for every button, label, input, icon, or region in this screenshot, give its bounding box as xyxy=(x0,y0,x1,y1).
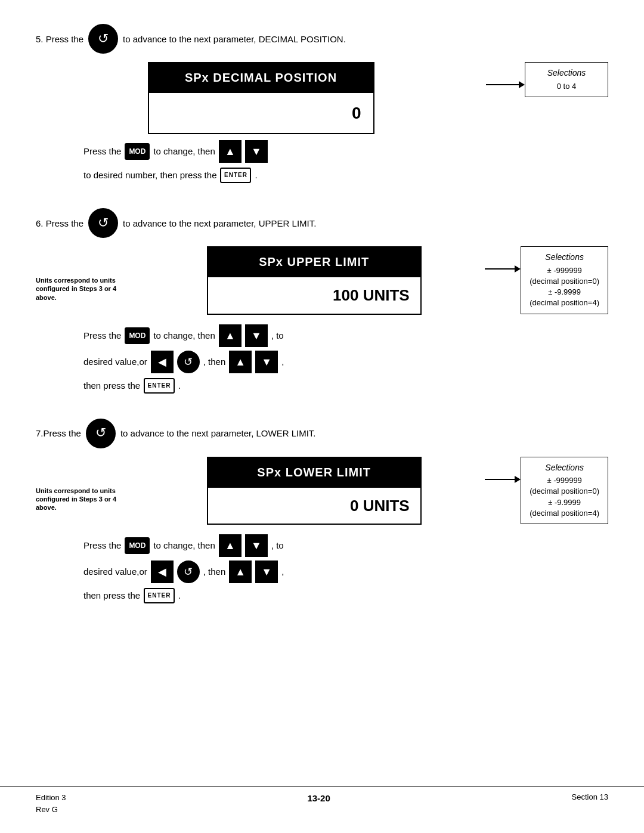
step7-display-row: Units correspond to units configured in … xyxy=(36,457,608,525)
step7-selections-box: Selections ± -999999 (decimal position=0… xyxy=(521,457,608,524)
step6-instr-line2: desired value,or ◀ ↺ , then ▲ ▼ , xyxy=(83,351,608,373)
step7-enter-button[interactable]: ENTER xyxy=(144,588,175,603)
step5-intro-text: 5. Press the xyxy=(36,33,83,45)
step7-down-button-2[interactable]: ▼ xyxy=(255,561,278,583)
step6-sel-line1: ± -999999 xyxy=(530,265,599,276)
step6-cycle-button[interactable]: ↺ xyxy=(88,208,118,238)
step6-intro-after: to advance to the next parameter, UPPER … xyxy=(123,217,316,230)
step5-period1: . xyxy=(255,166,257,184)
step5-selections-value: 0 to 4 xyxy=(557,82,577,91)
step6-then-text: , then xyxy=(203,353,226,371)
step6-press-text: Press the xyxy=(83,327,121,345)
step6-display-title: SPx UPPER LIMIT xyxy=(208,247,420,276)
footer-edition: Edition 3 xyxy=(36,792,66,804)
step6-enter-button[interactable]: ENTER xyxy=(144,378,175,394)
step7-instr-line1: Press the MOD to change, then ▲ ▼ , to xyxy=(83,534,608,557)
step7-sel-title: Selections xyxy=(530,462,599,474)
step7-desired-text: desired value,or xyxy=(83,563,147,581)
step6-display-box: SPx UPPER LIMIT 100 UNITS xyxy=(207,246,422,314)
step6-mod-button[interactable]: MOD xyxy=(125,327,150,344)
step6-then-press-text: then press the xyxy=(83,377,140,395)
step6-display-value: 100 UNITS xyxy=(208,276,420,313)
step7-arrow-line xyxy=(485,479,515,480)
step7-display-title: SPx LOWER LIMIT xyxy=(208,458,420,487)
step6-up-button-1[interactable]: ▲ xyxy=(219,324,242,347)
footer-rev: Rev G xyxy=(36,804,66,816)
step7-left-button[interactable]: ◀ xyxy=(151,561,174,583)
step5-instruction-line2: to desired number, then press the ENTER … xyxy=(83,166,608,184)
step6-arrow-line xyxy=(485,268,515,270)
step5-cycle-button[interactable]: ↺ xyxy=(88,24,118,54)
step6-sel-line3: ± -9.9999 xyxy=(530,287,599,298)
step5-arrow-line xyxy=(486,84,519,85)
step5-selections-title: Selections xyxy=(534,67,599,79)
step5-display-title: SPx DECIMAL POSITION xyxy=(149,63,373,92)
step7-units-note: Units correspond to units configured in … xyxy=(36,457,137,512)
step7-instructions: Press the MOD to change, then ▲ ▼ , to d… xyxy=(83,534,608,605)
step6-units-note: Units correspond to units configured in … xyxy=(36,246,137,302)
step6-units-note-l1: Units correspond to units xyxy=(36,277,116,284)
step7-press-text: Press the xyxy=(83,537,121,555)
step7-change-text: to change, then xyxy=(153,537,215,555)
step7-up-button-1[interactable]: ▲ xyxy=(219,534,242,557)
step7-units-note-l1: Units correspond to units xyxy=(36,487,116,494)
step6-section: 6. Press the ↺ to advance to the next pa… xyxy=(36,208,608,394)
step6-selections-box: Selections ± -999999 (decimal position=0… xyxy=(521,246,608,314)
step6-up-button-2[interactable]: ▲ xyxy=(229,351,252,373)
step7-then-text: , then xyxy=(203,563,226,581)
footer-left: Edition 3 Rev G xyxy=(36,792,66,815)
step5-desired-text: to desired number, then press the xyxy=(83,166,216,184)
step7-intro-after: to advance to the next parameter, LOWER … xyxy=(120,427,316,439)
step6-sel-title: Selections xyxy=(530,252,599,264)
step5-display-value: 0 xyxy=(149,92,373,133)
step6-instr-line1: Press the MOD to change, then ▲ ▼ , to xyxy=(83,324,608,347)
step6-down-button-2[interactable]: ▼ xyxy=(255,351,278,373)
step7-cycle-sm-button[interactable]: ↺ xyxy=(177,561,200,583)
step7-mod-button[interactable]: MOD xyxy=(125,537,150,554)
step7-comma-text: , xyxy=(281,563,284,581)
step7-to-text: , to xyxy=(271,537,284,555)
step7-sel-line3: ± -9.9999 xyxy=(530,497,599,508)
step7-sel-line1: ± -999999 xyxy=(530,475,599,486)
step5-instructions: Press the MOD to change, then ▲ ▼ to des… xyxy=(83,140,608,184)
step7-header: 7.Press the ↺ to advance to the next par… xyxy=(36,419,608,448)
step6-down-button-1[interactable]: ▼ xyxy=(245,324,268,347)
step6-to-text: , to xyxy=(271,327,284,345)
step5-enter-button[interactable]: ENTER xyxy=(220,168,251,183)
step7-units-note-l2: configured in Steps 3 or 4 above. xyxy=(36,496,116,511)
step7-period3: . xyxy=(178,587,181,605)
step6-sel-line4: (decimal position=4) xyxy=(530,298,599,308)
step7-section: 7.Press the ↺ to advance to the next par… xyxy=(36,419,608,605)
step5-header: 5. Press the ↺ to advance to the next pa… xyxy=(36,24,608,54)
step5-display-box: SPx DECIMAL POSITION 0 xyxy=(148,62,374,134)
step6-arrow-connector xyxy=(485,265,521,272)
step5-arrow-tip xyxy=(519,81,525,88)
step7-intro-text: 7.Press the xyxy=(36,427,81,439)
step7-arrow-tip xyxy=(515,476,521,483)
step6-instructions: Press the MOD to change, then ▲ ▼ , to d… xyxy=(83,324,608,395)
step6-instr-line3: then press the ENTER . xyxy=(83,377,608,395)
step7-instr-line3: then press the ENTER . xyxy=(83,587,608,605)
step5-change-text: to change, then xyxy=(153,143,215,160)
footer-section: Section 13 xyxy=(572,792,608,815)
step7-down-button-1[interactable]: ▼ xyxy=(245,534,268,557)
step7-up-button-2[interactable]: ▲ xyxy=(229,561,252,583)
step6-change-text: to change, then xyxy=(153,327,215,345)
step7-sel-line4: (decimal position=4) xyxy=(530,508,599,519)
step7-arrow-connector xyxy=(485,476,521,483)
step5-press-text: Press the xyxy=(83,143,121,160)
step5-selections-box: Selections 0 to 4 xyxy=(525,62,608,97)
step5-intro-after: to advance to the next parameter, DECIMA… xyxy=(123,33,346,45)
step6-units-note-l2: configured in Steps 3 or 4 above. xyxy=(36,285,116,301)
step5-mod-button[interactable]: MOD xyxy=(125,143,150,160)
step5-display-area: SPx DECIMAL POSITION 0 Selections 0 to 4 xyxy=(36,62,608,134)
step5-up-button[interactable]: ▲ xyxy=(219,140,242,163)
step6-cycle-sm-button[interactable]: ↺ xyxy=(177,351,200,373)
step6-left-button[interactable]: ◀ xyxy=(151,351,174,373)
step7-cycle-button[interactable]: ↺ xyxy=(86,419,116,448)
footer-page-number: 13-20 xyxy=(307,792,330,815)
step6-display-row: Units correspond to units configured in … xyxy=(36,246,608,314)
step6-header: 6. Press the ↺ to advance to the next pa… xyxy=(36,208,608,238)
step5-down-button[interactable]: ▼ xyxy=(245,140,268,163)
step6-arrow-tip xyxy=(515,265,521,272)
